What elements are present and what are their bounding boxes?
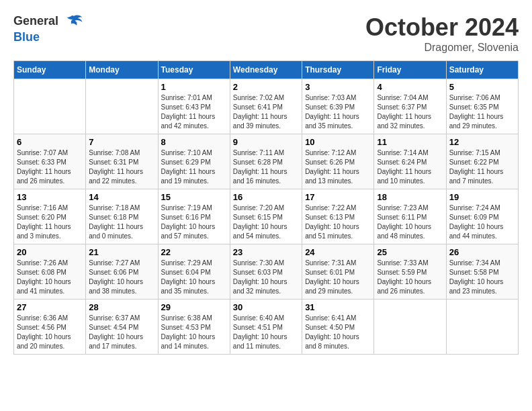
day-number: 10 — [305, 137, 371, 147]
day-info: Sunrise: 7:12 AM Sunset: 6:26 PM Dayligh… — [305, 148, 371, 186]
day-info: Sunrise: 7:07 AM Sunset: 6:33 PM Dayligh… — [17, 148, 83, 186]
title-section: October 2024 Dragomer, Slovenia — [365, 13, 519, 54]
day-number: 17 — [305, 192, 371, 202]
day-info: Sunrise: 7:22 AM Sunset: 6:13 PM Dayligh… — [305, 203, 371, 241]
day-number: 6 — [17, 137, 83, 147]
day-number: 4 — [377, 82, 443, 92]
day-number: 23 — [233, 247, 299, 257]
calendar-cell: 23Sunrise: 7:30 AM Sunset: 6:03 PM Dayli… — [230, 244, 302, 300]
day-info: Sunrise: 6:40 AM Sunset: 4:51 PM Dayligh… — [233, 314, 299, 351]
calendar-cell: 24Sunrise: 7:31 AM Sunset: 6:01 PM Dayli… — [302, 244, 374, 300]
calendar-cell: 20Sunrise: 7:26 AM Sunset: 6:08 PM Dayli… — [14, 244, 86, 300]
day-number: 26 — [449, 247, 515, 257]
logo-general: General — [13, 14, 58, 28]
calendar-header-row: SundayMondayTuesdayWednesdayThursdayFrid… — [14, 61, 519, 79]
day-info: Sunrise: 7:31 AM Sunset: 6:01 PM Dayligh… — [305, 259, 371, 296]
column-header-tuesday: Tuesday — [158, 61, 230, 79]
calendar-cell: 1Sunrise: 7:01 AM Sunset: 6:43 PM Daylig… — [158, 79, 230, 134]
column-header-thursday: Thursday — [302, 61, 374, 79]
day-info: Sunrise: 7:27 AM Sunset: 6:06 PM Dayligh… — [89, 259, 154, 296]
calendar-cell: 29Sunrise: 6:38 AM Sunset: 4:53 PM Dayli… — [158, 300, 230, 355]
day-number: 9 — [233, 137, 299, 147]
calendar-cell — [14, 79, 86, 134]
day-info: Sunrise: 7:01 AM Sunset: 6:43 PM Dayligh… — [161, 93, 227, 131]
calendar-cell: 18Sunrise: 7:23 AM Sunset: 6:11 PM Dayli… — [374, 189, 446, 244]
calendar-week-row: 6Sunrise: 7:07 AM Sunset: 6:33 PM Daylig… — [14, 134, 519, 189]
day-info: Sunrise: 7:30 AM Sunset: 6:03 PM Dayligh… — [233, 259, 299, 296]
day-number: 11 — [377, 137, 443, 147]
day-number: 28 — [89, 302, 154, 312]
day-number: 16 — [233, 192, 299, 202]
day-info: Sunrise: 7:03 AM Sunset: 6:39 PM Dayligh… — [305, 93, 371, 131]
month-title: October 2024 — [365, 13, 519, 42]
day-info: Sunrise: 6:41 AM Sunset: 4:50 PM Dayligh… — [305, 314, 371, 351]
day-number: 20 — [17, 247, 83, 257]
calendar-cell: 6Sunrise: 7:07 AM Sunset: 6:33 PM Daylig… — [14, 134, 86, 189]
calendar-cell: 30Sunrise: 6:40 AM Sunset: 4:51 PM Dayli… — [230, 300, 302, 355]
calendar-week-row: 20Sunrise: 7:26 AM Sunset: 6:08 PM Dayli… — [14, 244, 519, 300]
day-number: 22 — [161, 247, 227, 257]
day-number: 7 — [89, 137, 154, 147]
column-header-friday: Friday — [374, 61, 446, 79]
calendar-cell — [446, 300, 518, 355]
day-number: 24 — [305, 247, 371, 257]
calendar-cell: 14Sunrise: 7:18 AM Sunset: 6:18 PM Dayli… — [86, 189, 158, 244]
day-info: Sunrise: 7:04 AM Sunset: 6:37 PM Dayligh… — [377, 93, 443, 131]
day-number: 15 — [161, 192, 227, 202]
day-info: Sunrise: 7:15 AM Sunset: 6:22 PM Dayligh… — [449, 148, 515, 186]
day-number: 18 — [377, 192, 443, 202]
calendar-cell — [86, 79, 158, 134]
calendar-cell: 7Sunrise: 7:08 AM Sunset: 6:31 PM Daylig… — [86, 134, 158, 189]
day-info: Sunrise: 6:37 AM Sunset: 4:54 PM Dayligh… — [89, 314, 154, 351]
calendar-cell — [374, 300, 446, 355]
day-info: Sunrise: 6:38 AM Sunset: 4:53 PM Dayligh… — [161, 314, 227, 351]
day-number: 19 — [449, 192, 515, 202]
day-info: Sunrise: 7:14 AM Sunset: 6:24 PM Dayligh… — [377, 148, 443, 186]
calendar-cell: 21Sunrise: 7:27 AM Sunset: 6:06 PM Dayli… — [86, 244, 158, 300]
calendar-cell: 11Sunrise: 7:14 AM Sunset: 6:24 PM Dayli… — [374, 134, 446, 189]
day-info: Sunrise: 7:20 AM Sunset: 6:15 PM Dayligh… — [233, 203, 299, 241]
calendar-cell: 3Sunrise: 7:03 AM Sunset: 6:39 PM Daylig… — [302, 79, 374, 134]
calendar-cell: 15Sunrise: 7:19 AM Sunset: 6:16 PM Dayli… — [158, 189, 230, 244]
day-number: 13 — [17, 192, 83, 202]
calendar-cell: 27Sunrise: 6:36 AM Sunset: 4:56 PM Dayli… — [14, 300, 86, 355]
day-info: Sunrise: 7:24 AM Sunset: 6:09 PM Dayligh… — [449, 203, 515, 241]
calendar-cell: 26Sunrise: 7:34 AM Sunset: 5:58 PM Dayli… — [446, 244, 518, 300]
day-number: 1 — [161, 82, 227, 92]
day-info: Sunrise: 7:29 AM Sunset: 6:04 PM Dayligh… — [161, 259, 227, 296]
day-info: Sunrise: 7:02 AM Sunset: 6:41 PM Dayligh… — [233, 93, 299, 131]
day-info: Sunrise: 7:19 AM Sunset: 6:16 PM Dayligh… — [161, 203, 227, 241]
day-number: 14 — [89, 192, 154, 202]
day-number: 2 — [233, 82, 299, 92]
column-header-saturday: Saturday — [446, 61, 518, 79]
day-info: Sunrise: 7:33 AM Sunset: 5:59 PM Dayligh… — [377, 259, 443, 296]
day-number: 29 — [161, 302, 227, 312]
day-number: 27 — [17, 302, 83, 312]
day-info: Sunrise: 7:08 AM Sunset: 6:31 PM Dayligh… — [89, 148, 154, 186]
page-header: General Blue October 2024 Dragomer, Slov… — [13, 13, 519, 54]
day-number: 12 — [449, 137, 515, 147]
calendar-cell: 28Sunrise: 6:37 AM Sunset: 4:54 PM Dayli… — [86, 300, 158, 355]
day-info: Sunrise: 7:11 AM Sunset: 6:28 PM Dayligh… — [233, 148, 299, 186]
day-number: 3 — [305, 82, 371, 92]
day-info: Sunrise: 7:16 AM Sunset: 6:20 PM Dayligh… — [17, 203, 83, 241]
calendar-week-row: 1Sunrise: 7:01 AM Sunset: 6:43 PM Daylig… — [14, 79, 519, 134]
calendar-week-row: 13Sunrise: 7:16 AM Sunset: 6:20 PM Dayli… — [14, 189, 519, 244]
calendar-cell: 10Sunrise: 7:12 AM Sunset: 6:26 PM Dayli… — [302, 134, 374, 189]
calendar-table: SundayMondayTuesdayWednesdayThursdayFrid… — [13, 60, 519, 355]
day-info: Sunrise: 7:18 AM Sunset: 6:18 PM Dayligh… — [89, 203, 154, 241]
logo-blue: Blue — [13, 30, 40, 44]
calendar-cell: 12Sunrise: 7:15 AM Sunset: 6:22 PM Dayli… — [446, 134, 518, 189]
day-number: 5 — [449, 82, 515, 92]
day-number: 31 — [305, 302, 371, 312]
calendar-cell: 2Sunrise: 7:02 AM Sunset: 6:41 PM Daylig… — [230, 79, 302, 134]
day-info: Sunrise: 6:36 AM Sunset: 4:56 PM Dayligh… — [17, 314, 83, 351]
calendar-cell: 5Sunrise: 7:06 AM Sunset: 6:35 PM Daylig… — [446, 79, 518, 134]
calendar-cell: 13Sunrise: 7:16 AM Sunset: 6:20 PM Dayli… — [14, 189, 86, 244]
calendar-cell: 16Sunrise: 7:20 AM Sunset: 6:15 PM Dayli… — [230, 189, 302, 244]
day-info: Sunrise: 7:34 AM Sunset: 5:58 PM Dayligh… — [449, 259, 515, 296]
column-header-wednesday: Wednesday — [230, 61, 302, 79]
day-number: 21 — [89, 247, 154, 257]
calendar-cell: 8Sunrise: 7:10 AM Sunset: 6:29 PM Daylig… — [158, 134, 230, 189]
day-info: Sunrise: 7:26 AM Sunset: 6:08 PM Dayligh… — [17, 259, 83, 296]
